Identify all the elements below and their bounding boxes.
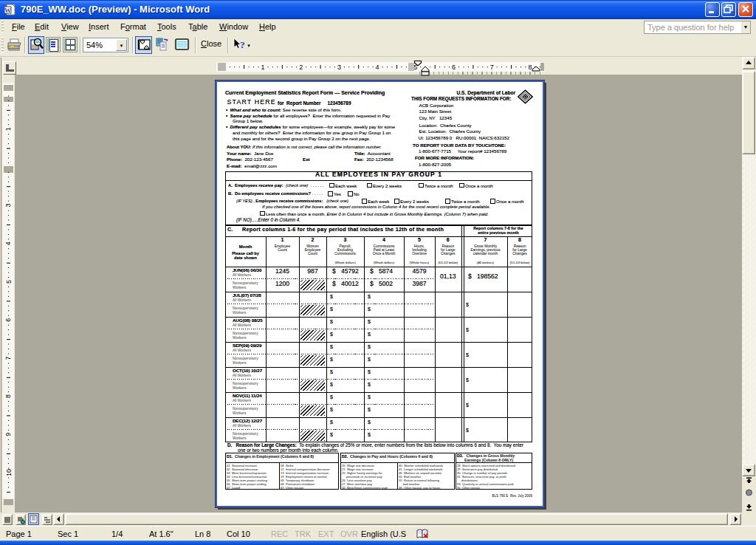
svg-text:10: 10 — [5, 469, 13, 476]
svg-text:4: 4 — [376, 64, 379, 71]
svg-text:9: 9 — [5, 433, 13, 436]
svg-text:1: 1 — [261, 64, 264, 71]
svg-text:8: 8 — [5, 394, 13, 398]
svg-text:7: 7 — [5, 356, 13, 360]
svg-text:7: 7 — [490, 64, 494, 71]
svg-text:4: 4 — [5, 241, 13, 245]
svg-text:?: ? — [240, 39, 245, 50]
svg-text:3: 3 — [337, 64, 341, 71]
svg-text:W: W — [4, 7, 11, 14]
svg-text:6: 6 — [5, 318, 13, 322]
svg-text:3: 3 — [5, 204, 13, 208]
svg-text:2: 2 — [299, 64, 303, 71]
svg-text:5: 5 — [5, 280, 13, 284]
svg-text:6: 6 — [452, 64, 456, 71]
svg-text:1: 1 — [5, 127, 13, 131]
